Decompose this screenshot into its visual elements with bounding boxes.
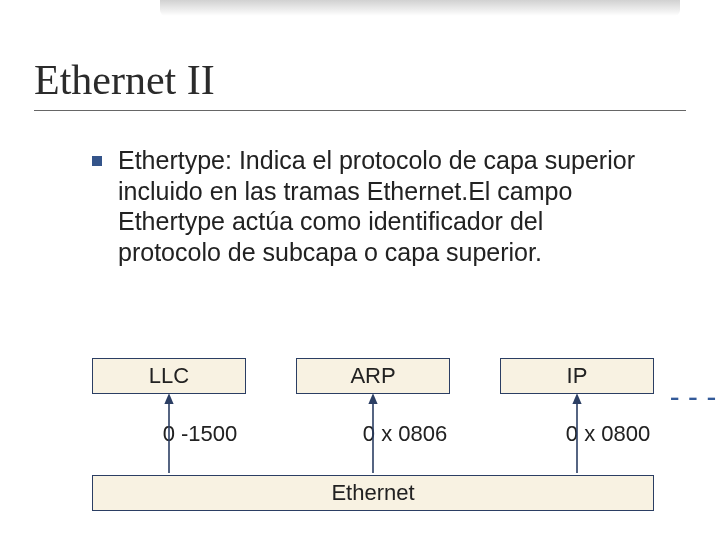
box-ethernet: Ethernet: [92, 475, 654, 511]
label-0-1500: 0 -1500: [145, 421, 255, 447]
slide-title: Ethernet II: [34, 56, 686, 104]
square-bullet-icon: [92, 156, 102, 166]
bullet-item: Ethertype: Indica el protocolo de capa s…: [34, 145, 686, 267]
bullet-text: Ethertype: Indica el protocolo de capa s…: [118, 145, 650, 267]
box-arp: ARP: [296, 358, 450, 394]
box-llc: LLC: [92, 358, 246, 394]
title-underline: [34, 110, 686, 111]
label-0x0806: 0 x 0806: [345, 421, 465, 447]
box-ip: IP: [500, 358, 654, 394]
label-0x0800: 0 x 0800: [548, 421, 668, 447]
slide: Ethernet II Ethertype: Indica el protoco…: [0, 0, 720, 540]
